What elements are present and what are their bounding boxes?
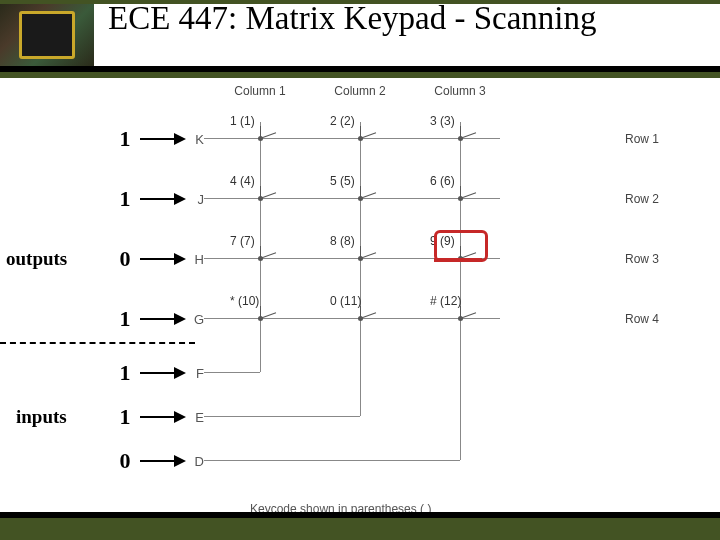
pin-label: H	[190, 252, 204, 267]
arrow-icon	[140, 318, 184, 320]
col-wire	[360, 122, 361, 416]
inputs-label: inputs	[16, 406, 67, 428]
row-label: Row 1	[625, 132, 680, 146]
output-bit-0: 1	[115, 126, 135, 152]
column-label: Column 3	[430, 84, 490, 98]
key-cell: # (12)	[430, 294, 500, 324]
chip-icon	[0, 4, 94, 66]
key-cell: 0 (11)	[330, 294, 400, 324]
row-label: Row 2	[625, 192, 680, 206]
output-bit-3: 1	[115, 306, 135, 332]
keypad-diagram: Column 1 Column 2 Column 3 K J H G F E D…	[190, 84, 620, 502]
row-label: Row 4	[625, 312, 680, 326]
input-bit-1: 1	[115, 404, 135, 430]
arrow-icon	[140, 416, 184, 418]
key-cell: 7 (7)	[230, 234, 300, 264]
scan-wire	[204, 416, 360, 417]
col-wire	[460, 122, 461, 460]
highlight-underline	[434, 258, 482, 262]
input-bit-2: 0	[115, 448, 135, 474]
pin-label: K	[190, 132, 204, 147]
arrow-icon	[140, 138, 184, 140]
output-bit-1: 1	[115, 186, 135, 212]
arrow-icon	[140, 258, 184, 260]
row-label: Row 3	[625, 252, 680, 266]
slide-title: ECE 447: Matrix Keypad - Scanning	[108, 0, 688, 36]
key-cell: 6 (6)	[430, 174, 500, 204]
arrow-icon	[140, 372, 184, 374]
pin-label: G	[190, 312, 204, 327]
column-label: Column 2	[330, 84, 390, 98]
key-cell: 5 (5)	[330, 174, 400, 204]
key-cell: * (10)	[230, 294, 300, 324]
key-cell: 4 (4)	[230, 174, 300, 204]
key-cell: 3 (3)	[430, 114, 500, 144]
key-cell: 2 (2)	[330, 114, 400, 144]
slide-body: outputs inputs 1 1 0 1 1 1 0 Column 1 Co…	[0, 80, 720, 518]
input-bit-0: 1	[115, 360, 135, 386]
arrow-icon	[140, 460, 184, 462]
slide-footer	[0, 518, 720, 540]
output-bit-2: 0	[115, 246, 135, 272]
pin-label: D	[190, 454, 204, 469]
scan-wire	[204, 372, 260, 373]
key-cell: 1 (1)	[230, 114, 300, 144]
slide-header: ECE 447: Matrix Keypad - Scanning	[0, 0, 720, 80]
outputs-label: outputs	[6, 248, 67, 270]
pin-label: E	[190, 410, 204, 425]
pin-label: F	[190, 366, 204, 381]
pin-label: J	[190, 192, 204, 207]
key-cell: 8 (8)	[330, 234, 400, 264]
divider-dashed	[0, 342, 195, 344]
header-rule-olive	[0, 72, 720, 78]
column-label: Column 1	[230, 84, 290, 98]
arrow-icon	[140, 198, 184, 200]
scan-wire	[204, 460, 460, 461]
